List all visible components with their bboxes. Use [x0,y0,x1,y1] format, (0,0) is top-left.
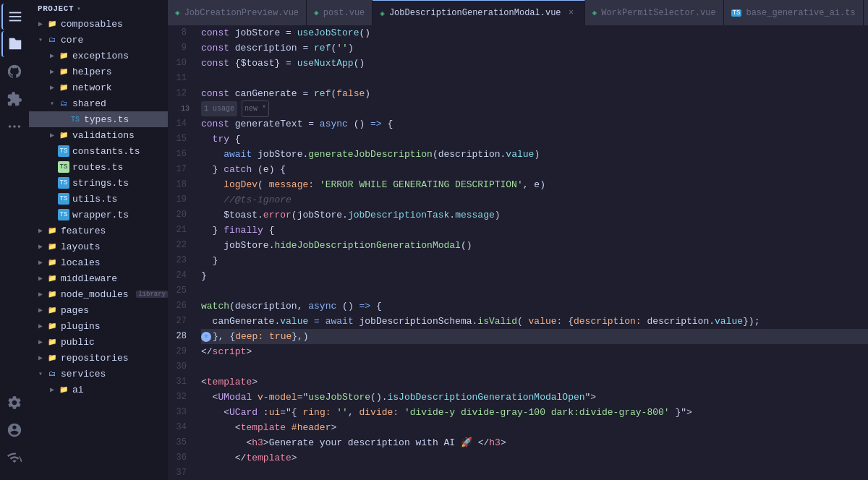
code-line-18: logDev( message: 'ERROR WHILE GENERATING… [201,177,868,192]
line-num-28: 28 [168,329,192,344]
library-badge: library [136,291,168,298]
line-num-29: 29 [168,344,192,359]
explorer-icon[interactable] [1,31,27,57]
sidebar-item-core[interactable]: ▾ 🗂 core [29,32,168,48]
tab-close-button[interactable]: × [566,7,577,19]
extensions-icon[interactable] [1,86,27,112]
breakpoint-icon: ☆ [201,332,211,342]
code-line-8: const jobStore = useJobStore() [201,25,868,40]
code-line-26: watch(description, async () => { [201,299,868,314]
svg-point-4 [13,125,16,128]
sidebar-item-helpers[interactable]: ▶ 📁 helpers [29,64,168,80]
vue-icon: ◈ [592,8,597,17]
ts-file-icon: TS [58,209,69,220]
core-folder-icon: 🗂 [46,34,58,46]
tab-label: JobDescriptionGenerationModal.vue [389,8,561,18]
line-num-14: 14 [168,116,192,132]
sidebar-item-ai[interactable]: ▶ 📁 ai [29,382,168,398]
line-num-30: 30 [168,359,192,374]
line-num-8: 8 [168,25,192,40]
middleware-folder-icon: 📁 [46,273,58,284]
node-modules-folder-icon: 📁 [46,288,58,300]
sidebar-item-constants-ts[interactable]: TS constants.ts [29,143,168,159]
sidebar-item-routes-ts[interactable]: TS routes.ts [29,159,168,175]
chevron-down-icon: ▾ [35,34,46,46]
tab-work-permit-selector[interactable]: ◈ WorkPermitSelector.vue [585,0,724,25]
sidebar-item-node-modules[interactable]: ▶ 📁 node_modules library [29,286,168,302]
composables-label: composables [61,19,168,30]
code-line-29: </script> [201,344,868,359]
locales-folder-icon: 📁 [46,257,58,268]
sidebar-item-strings-ts[interactable]: TS strings.ts [29,175,168,191]
tab-generative[interactable]: TS generative [864,0,868,25]
middleware-label: middleware [61,273,168,284]
svg-rect-1 [9,16,22,17]
line-num-27: 27 [168,314,192,329]
code-line-37 [201,466,868,480]
code-line-27: canGenerate.value = await jobDescription… [201,314,868,329]
chevron-right-icon: ▶ [46,129,58,141]
sidebar-item-locales[interactable]: ▶ 📁 locales [29,254,168,270]
sidebar-item-features[interactable]: ▶ 📁 features [29,223,168,239]
tab-base-generative-ai[interactable]: TS base_generative_ai.ts [724,0,864,25]
sidebar-item-validations[interactable]: ▶ 📁 validations [29,127,168,143]
code-editor[interactable]: const jobStore = useJobStore() const des… [198,25,868,480]
code-line-9: const description = ref('') [201,40,868,56]
tab-job-description-modal[interactable]: ◈ JobDescriptionGenerationModal.vue × [373,0,584,25]
code-line-21: } finally { [201,223,868,238]
code-line-31: <template> [201,374,868,390]
tabs-bar: ◈ JobCreationPreview.vue ◈ post.vue ◈ Jo… [168,0,868,25]
sidebar: Project ▾ ▶ 📁 composables ▾ 🗂 core ▶ 📁 e… [29,0,168,480]
sidebar-item-composables[interactable]: ▶ 📁 composables [29,16,168,32]
chevron-right-icon: ▶ [46,82,58,93]
chevron-right-icon: ▶ [35,273,46,284]
more-dots-icon[interactable] [1,113,27,140]
chevron-down-icon: ▾ [46,98,58,109]
sidebar-item-shared[interactable]: ▾ 🗂 shared [29,95,168,111]
sidebar-item-services[interactable]: ▾ 🗂 services [29,366,168,382]
network-folder-icon: 📁 [58,82,69,93]
settings-icon[interactable] [1,390,27,416]
github-icon[interactable] [1,59,27,85]
sidebar-item-exceptions[interactable]: ▶ 📁 exceptions [29,48,168,64]
line-num-33: 33 [168,405,192,420]
line-num-24: 24 [168,268,192,283]
svg-rect-0 [9,12,22,14]
code-line-23: } [201,253,868,268]
menu-icon[interactable] [1,4,27,30]
sidebar-item-repositories[interactable]: ▶ 📁 repositories [29,350,168,366]
vue-icon: ◈ [314,8,319,17]
pages-label: pages [61,305,168,316]
chevron-right-icon: ▶ [46,66,58,77]
tab-label: JobCreationPreview.vue [184,8,299,18]
activity-bar [0,0,29,480]
sidebar-item-public[interactable]: ▶ 📁 public [29,334,168,350]
svg-point-5 [18,125,21,128]
sidebar-item-types-ts[interactable]: TS types.ts [29,111,168,127]
chevron-right-icon: ▶ [35,336,46,348]
sidebar-item-network[interactable]: ▶ 📁 network [29,80,168,95]
broadcast-icon[interactable] [1,445,27,471]
tab-job-creation-preview[interactable]: ◈ JobCreationPreview.vue [168,0,307,25]
sidebar-item-pages[interactable]: ▶ 📁 pages [29,302,168,318]
line-num-25: 25 [168,283,192,299]
line-num-36: 36 [168,450,192,466]
helpers-label: helpers [72,67,168,77]
validations-folder-icon: 📁 [58,129,69,141]
tab-label: post.vue [323,8,365,18]
line-num-34: 34 [168,420,192,435]
sidebar-item-middleware[interactable]: ▶ 📁 middleware [29,270,168,286]
line-num-12: 12 [168,86,192,101]
sidebar-item-wrapper-ts[interactable]: TS wrapper.ts [29,207,168,223]
public-label: public [61,337,168,348]
exceptions-folder-icon: 📁 [58,50,69,61]
layouts-folder-icon: 📁 [46,241,58,252]
sidebar-item-utils-ts[interactable]: TS utils.ts [29,191,168,207]
tab-label: base_generative_ai.ts [746,8,855,18]
account-icon[interactable] [1,417,27,443]
sidebar-item-plugins[interactable]: ▶ 📁 plugins [29,318,168,334]
line-num-11: 11 [168,71,192,86]
sidebar-item-layouts[interactable]: ▶ 📁 layouts [29,239,168,254]
code-line-usage-hint: 1 usage new * [201,101,868,116]
tab-post-vue[interactable]: ◈ post.vue [307,0,373,25]
